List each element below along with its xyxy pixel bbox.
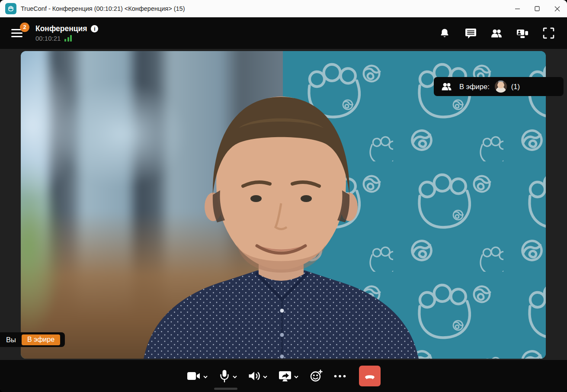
participants-icon[interactable]	[490, 27, 503, 40]
conference-title: Конференция	[35, 24, 87, 33]
self-name: Вы	[6, 336, 16, 344]
menu-badge: 2	[20, 22, 29, 32]
screen-share-button[interactable]	[279, 370, 298, 382]
close-button[interactable]	[547, 0, 567, 17]
on-air-overlay[interactable]: В эфире: (1)	[434, 77, 564, 96]
titlebar: TrueConf - Конференция (00:10:21) <Конфе…	[0, 0, 567, 17]
participants-icon	[441, 82, 452, 91]
notifications-bell-icon[interactable]	[438, 27, 451, 40]
speaker-person	[121, 77, 441, 359]
screen-share-icon	[279, 370, 292, 382]
conference-timer: 00:10:21	[35, 35, 61, 42]
more-button[interactable]	[334, 375, 346, 378]
chevron-down-icon	[233, 376, 237, 379]
menu-button[interactable]: 2	[11, 27, 24, 39]
window-controls	[507, 0, 567, 17]
maximize-button[interactable]	[527, 0, 547, 17]
speaker-button[interactable]	[248, 370, 267, 382]
conference-info: Конференция i 00:10:21	[35, 24, 98, 42]
mic-level-indicator	[214, 388, 237, 390]
chevron-down-icon	[203, 376, 208, 379]
chevron-down-icon	[294, 376, 298, 379]
reactions-smiley-icon	[310, 370, 323, 382]
self-name-badge: Вы В эфире	[0, 332, 65, 347]
chevron-down-icon	[263, 376, 267, 379]
fullscreen-icon[interactable]	[542, 27, 555, 40]
reactions-button[interactable]	[310, 370, 323, 382]
camera-button[interactable]	[187, 371, 208, 381]
connection-quality-icon	[64, 35, 72, 42]
more-dots-icon	[334, 375, 346, 378]
speaker-icon	[248, 370, 260, 382]
minimize-button[interactable]	[507, 0, 527, 17]
hangup-button[interactable]	[359, 366, 381, 386]
self-on-air-status: В эфире	[22, 334, 60, 345]
call-control-bar	[0, 360, 567, 392]
participant-avatar	[495, 80, 507, 93]
video-layout-icon[interactable]	[516, 27, 529, 40]
conference-toolbar: 2 Конференция i 00:10:21	[0, 17, 567, 49]
trueconf-logo-icon	[5, 3, 16, 14]
on-air-label: В эфире:	[459, 83, 490, 91]
hangup-phone-icon	[364, 370, 376, 382]
video-stage: В эфире: (1) Вы В эфире	[0, 49, 567, 360]
speaker-video-tile	[21, 51, 546, 359]
on-air-count: (1)	[511, 83, 520, 91]
chat-icon[interactable]	[464, 27, 477, 40]
microphone-button[interactable]	[219, 370, 237, 382]
info-icon[interactable]: i	[91, 25, 98, 32]
camera-icon	[187, 371, 201, 381]
app-window: TrueConf - Конференция (00:10:21) <Конфе…	[0, 0, 567, 392]
microphone-icon	[219, 370, 230, 382]
window-title: TrueConf - Конференция (00:10:21) <Конфе…	[21, 5, 185, 12]
toolbar-actions	[438, 27, 555, 40]
